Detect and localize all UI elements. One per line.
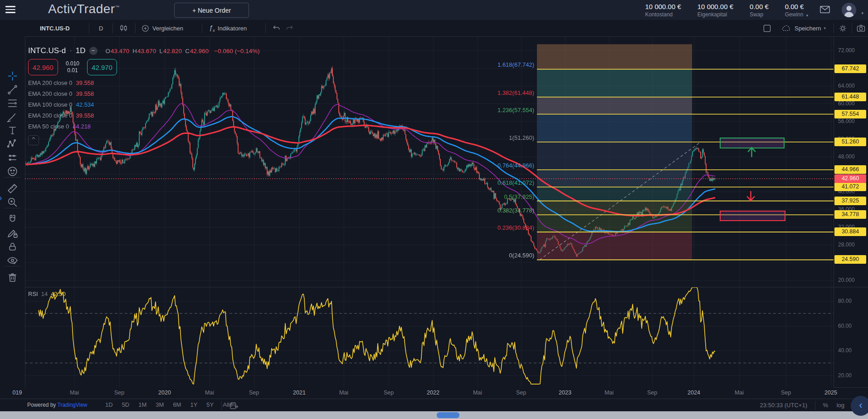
price-tag-fib: 67.742 xyxy=(834,64,866,73)
time-axis-label: Sep xyxy=(516,389,526,396)
down-arrow-icon[interactable] xyxy=(745,190,757,204)
account-metric-kontostand: 10 000.00 €Kontostand xyxy=(645,3,681,18)
rsi-value: 42.50 xyxy=(51,291,66,297)
function-icon: ƒx xyxy=(209,24,215,33)
indicator-legend-row[interactable]: EMA 200 close 039.558 xyxy=(28,90,260,97)
clock[interactable]: 23:50:33 (UTC+1) xyxy=(760,402,807,409)
rsi-axis-label: 80.00 xyxy=(838,298,852,304)
panel-expander-button[interactable]: ‹ xyxy=(851,396,868,416)
time-axis-label: Sep xyxy=(114,389,124,396)
go-to-date-button[interactable] xyxy=(229,401,239,411)
price-axis-label: 64.000 xyxy=(838,83,855,89)
top-bar: ActivTrader™ + Neue Order 10 000.00 €Kon… xyxy=(0,0,868,20)
percent-scale-button[interactable]: % xyxy=(823,402,828,409)
save-button[interactable]: Speichern ▾ xyxy=(781,20,826,36)
trend-line-icon[interactable] xyxy=(6,84,19,96)
indicator-legend-row[interactable]: EMA 50 close 044.218 xyxy=(28,123,260,130)
menu-icon[interactable] xyxy=(5,6,15,14)
tradingview-link[interactable]: TradingView xyxy=(58,402,88,408)
time-axis[interactable]: 019MaiSep2020MaiSep2021MaiSep2022MaiSep2… xyxy=(0,387,834,399)
range-button-5d[interactable]: 5D xyxy=(122,401,130,408)
time-axis-label: 2021 xyxy=(293,389,306,396)
range-button-1m[interactable]: 1M xyxy=(138,401,146,408)
redo-button[interactable] xyxy=(285,20,294,36)
magnet-icon[interactable] xyxy=(6,213,19,226)
price-axis-label: 60.000 xyxy=(838,100,855,107)
log-scale-button[interactable]: log xyxy=(837,402,844,409)
pane-separator[interactable] xyxy=(25,287,868,287)
account-metric-gewinn[interactable]: 0.00 €Gewinn▾ xyxy=(785,3,808,18)
range-button-1y[interactable]: 1Y xyxy=(190,401,197,408)
indicators-button[interactable]: ƒx Indikatoren xyxy=(209,20,247,36)
up-arrow-icon[interactable] xyxy=(746,146,758,160)
range-button-6m[interactable]: 6M xyxy=(173,401,181,408)
chevron-down-icon[interactable]: ▾ xyxy=(861,11,863,15)
undo-button[interactable] xyxy=(272,20,281,36)
price-tag-fib: 30.884 xyxy=(834,227,866,236)
horizontal-scrollbar[interactable] xyxy=(0,411,868,419)
screenshot-button[interactable] xyxy=(856,20,866,36)
fib-level-label: 0.764(44.966) xyxy=(466,162,534,169)
zoom-in-icon[interactable] xyxy=(6,196,19,209)
layout-button[interactable] xyxy=(762,20,771,36)
time-axis-label: Sep xyxy=(647,389,657,396)
xabcd-pattern-icon[interactable] xyxy=(6,138,19,151)
drawing-mode-lock-icon[interactable] xyxy=(6,227,19,240)
remove-all-drawings-icon[interactable] xyxy=(6,271,19,284)
price-axis-label: 20.000 xyxy=(838,277,855,283)
fib-level-label: 0.236(30.884) xyxy=(466,224,534,231)
time-axis-label: 2024 xyxy=(688,389,700,396)
legend-symbol[interactable]: INTC.US-d xyxy=(28,46,66,55)
price-tag-fib: 37.925 xyxy=(834,197,866,205)
time-axis-label: Mai xyxy=(205,389,214,396)
text-icon[interactable] xyxy=(6,124,19,137)
fib-level-label: 1.236(57.554) xyxy=(466,107,534,113)
scrollbar-thumb[interactable] xyxy=(437,412,459,418)
chevron-down-icon: ▾ xyxy=(824,26,826,30)
mail-icon[interactable] xyxy=(819,5,831,15)
interval-button[interactable]: D xyxy=(99,20,103,36)
fib-level-label: 0.618(41.072) xyxy=(466,179,534,186)
avatar[interactable] xyxy=(842,3,856,17)
rsi-axis-label: 60.00 xyxy=(838,323,852,329)
circle-plus-icon xyxy=(141,24,150,33)
short-zone-box[interactable] xyxy=(720,211,785,221)
spread-value: 0.010 0.01 xyxy=(62,60,83,74)
undo-icon xyxy=(272,24,281,33)
indicator-legend-row[interactable]: EMA 100 close 042.534 xyxy=(28,101,260,108)
rsi-legend[interactable]: RSI 14 42.50 xyxy=(28,291,66,297)
new-order-button[interactable]: + Neue Order xyxy=(174,3,249,18)
fib-retracement-icon[interactable] xyxy=(6,97,19,110)
hide-all-drawings-icon[interactable] xyxy=(6,254,19,267)
rsi-chart-canvas[interactable] xyxy=(25,287,834,387)
settings-button[interactable] xyxy=(838,20,848,36)
price-axis-label: 48.000 xyxy=(838,153,855,160)
symbol-search-button[interactable]: INTC.US-D xyxy=(40,20,70,36)
indicator-legend-row[interactable]: EMA 200 close 039.558 xyxy=(28,79,260,86)
lock-all-drawings-icon[interactable] xyxy=(6,241,19,253)
range-button-5y[interactable]: 5Y xyxy=(206,401,214,408)
chart-toolbar: INTC.US-D D Vergleichen ƒx Indikatoren xyxy=(0,20,868,37)
range-button-3m[interactable]: 3M xyxy=(156,401,164,408)
legend-collapse-button[interactable]: ⌃ xyxy=(28,135,39,145)
indicator-legend-row[interactable]: EMA 200 close 039.558 xyxy=(28,112,260,119)
chevron-down-icon[interactable]: ▾ xyxy=(806,13,808,18)
ruler-icon[interactable] xyxy=(6,182,19,195)
range-button-1d[interactable]: 1D xyxy=(105,401,113,408)
account-metrics: 10 000.00 €Kontostand10 000.00 €Eigenkap… xyxy=(645,3,808,18)
compare-button[interactable]: Vergleichen xyxy=(141,20,183,36)
emoji-icon[interactable] xyxy=(6,165,19,178)
time-axis-label: Mai xyxy=(339,389,348,396)
legend-interval[interactable]: 1D xyxy=(76,46,86,55)
long-short-position-icon[interactable] xyxy=(6,152,19,164)
user-icon xyxy=(842,3,856,17)
chart-style-button[interactable] xyxy=(119,20,129,36)
watchlist-expander[interactable]: › xyxy=(0,191,5,204)
buy-ask-button[interactable]: 42.970 xyxy=(87,59,117,75)
app-logo: ActivTrader™ xyxy=(48,2,120,16)
change-value: −0.060 (−0.14%) xyxy=(214,48,260,54)
crosshair-icon[interactable] xyxy=(6,70,19,83)
collapse-symbol-button[interactable]: − xyxy=(89,47,98,55)
brush-icon[interactable] xyxy=(6,111,19,123)
sell-bid-button[interactable]: 42.960 xyxy=(28,59,58,75)
